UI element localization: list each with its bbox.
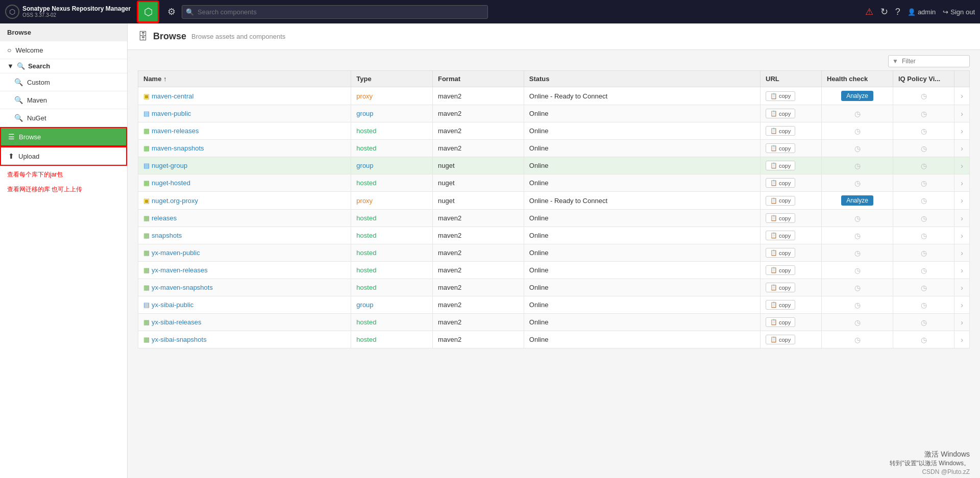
repo-type: group [356,301,373,309]
search-icon-sidebar: 🔍 [17,62,25,70]
iq-policy-cell: ◷ [893,192,954,210]
repo-type: proxy [356,197,373,205]
copy-button[interactable]: 📋 copy [766,317,795,327]
repo-name[interactable]: nuget.org-proxy [152,197,198,205]
repo-name[interactable]: nuget-hosted [152,179,190,187]
analyze-button[interactable]: Analyze [841,91,873,101]
row-nav-cell[interactable]: › [954,279,970,296]
browse-nav-button[interactable]: ⬡ [137,1,159,23]
repo-format: maven2 [438,127,461,135]
chevron-right-icon: › [961,336,963,344]
iq-policy-cell: ◷ [893,331,954,348]
iq-disabled-icon: ◷ [921,110,927,118]
row-nav-cell[interactable]: › [954,244,970,262]
copy-button[interactable]: 📋 copy [766,265,795,275]
search-input[interactable] [182,5,488,19]
sidebar-item-nuget[interactable]: 🔍 NuGet [0,109,127,127]
main-content: 🗄 Browse Browse assets and components ▼ … [128,23,980,478]
iq-disabled-icon: ◷ [921,214,927,222]
col-url: URL [761,71,822,87]
repo-name-cell: ▤yx-sibai-public [138,296,351,314]
repo-name[interactable]: snapshots [152,232,182,239]
copy-button[interactable]: 📋 copy [766,231,795,240]
repo-name[interactable]: maven-central [152,92,193,100]
row-nav-cell[interactable]: › [954,157,970,174]
row-nav-cell[interactable]: › [954,331,970,348]
refresh-icon[interactable]: ↻ [880,6,888,17]
analyze-button[interactable]: Analyze [841,195,873,206]
repo-type: hosted [356,249,376,257]
copy-icon: 📋 [770,197,777,204]
copy-button[interactable]: 📋 copy [766,161,795,170]
signout-button[interactable]: ↪ Sign out [943,8,975,16]
copy-button[interactable]: 📋 copy [766,196,795,206]
iq-policy-cell: ◷ [893,122,954,140]
repo-name[interactable]: yx-sibai-snapshots [152,336,207,343]
health-disabled-icon: ◷ [854,301,861,309]
table-row: ▦yx-maven-public hosted maven2 Online 📋 … [138,244,970,262]
repo-format: maven2 [438,214,461,222]
hosted-icon: ▦ [143,214,150,222]
repo-name[interactable]: yx-maven-snapshots [152,284,213,291]
windows-line1: 激活 Windows [890,450,970,459]
sidebar-item-custom[interactable]: 🔍 Custom [0,73,127,91]
repo-name[interactable]: maven-snapshots [152,144,204,152]
sidebar-item-upload[interactable]: ⬆ Upload [0,146,127,166]
row-nav-cell[interactable]: › [954,105,970,122]
row-nav-cell[interactable]: › [954,262,970,279]
col-status: Status [524,71,760,87]
repo-name[interactable]: yx-sibai-public [152,301,193,309]
user-menu[interactable]: 👤 admin [908,8,936,16]
sidebar-item-welcome[interactable]: ○ Welcome [0,41,127,59]
repo-type-cell: hosted [351,210,433,227]
copy-button[interactable]: 📋 copy [766,335,795,344]
copy-button[interactable]: 📋 copy [766,91,795,101]
row-nav-cell[interactable]: › [954,140,970,157]
sidebar-item-maven[interactable]: 🔍 Maven [0,91,127,109]
row-nav-cell[interactable]: › [954,210,970,227]
row-nav-cell[interactable]: › [954,296,970,314]
copy-button[interactable]: 📋 copy [766,248,795,258]
browse-icon: ☰ [8,133,15,141]
repo-name[interactable]: nuget-group [152,162,187,169]
row-nav-cell[interactable]: › [954,314,970,331]
repo-name[interactable]: yx-maven-public [152,249,200,257]
repo-name[interactable]: releases [152,214,177,222]
iq-disabled-icon: ◷ [921,249,927,257]
chevron-right-icon: › [961,127,963,135]
repo-name[interactable]: yx-maven-releases [152,266,208,274]
settings-button[interactable]: ⚙ [165,4,178,19]
row-nav-cell[interactable]: › [954,192,970,210]
iq-policy-cell: ◷ [893,105,954,122]
repo-type-cell: proxy [351,192,433,210]
help-icon[interactable]: ? [895,7,900,17]
copy-button[interactable]: 📋 copy [766,283,795,292]
search-icon: 🔍 [186,8,194,16]
repo-name[interactable]: maven-releases [152,127,199,135]
copy-icon: 📋 [770,301,777,308]
row-nav-cell[interactable]: › [954,87,970,105]
iq-policy-cell: ◷ [893,314,954,331]
repo-url-cell: 📋 copy [761,140,822,157]
health-disabled-icon: ◷ [854,249,861,257]
row-nav-cell[interactable]: › [954,122,970,140]
repo-status: Online [529,127,549,135]
alert-icon[interactable]: ⚠ [865,6,873,17]
repo-name-cell: ▦yx-maven-releases [138,262,351,279]
repo-status: Online [529,284,549,291]
copy-button[interactable]: 📋 copy [766,126,795,136]
copy-button[interactable]: 📋 copy [766,213,795,223]
copy-button[interactable]: 📋 copy [766,109,795,118]
sidebar-search-section[interactable]: ▼ 🔍 Search [0,59,127,73]
row-nav-cell[interactable]: › [954,227,970,244]
copy-button[interactable]: 📋 copy [766,300,795,310]
filter-input[interactable] [888,55,970,67]
group-icon: ▤ [143,110,150,117]
repo-status-cell: Online [524,279,760,296]
repo-name[interactable]: yx-sibai-releases [152,318,202,326]
repo-name[interactable]: maven-public [152,110,191,117]
copy-button[interactable]: 📋 copy [766,178,795,188]
row-nav-cell[interactable]: › [954,174,970,192]
copy-button[interactable]: 📋 copy [766,143,795,153]
sidebar-item-browse[interactable]: ☰ Browse [0,127,127,146]
